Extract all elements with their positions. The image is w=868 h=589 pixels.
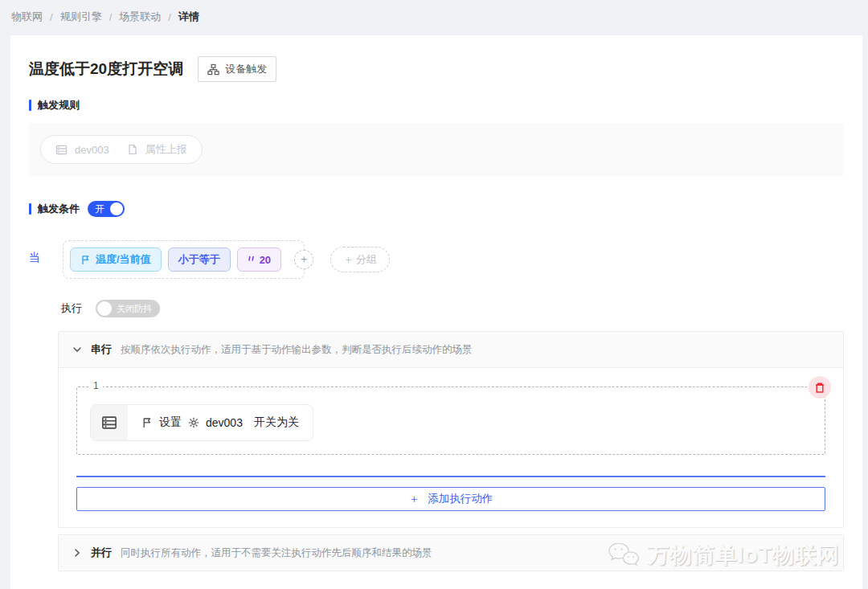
trigger-type-badge[interactable]: 设备触发 xyxy=(198,56,276,82)
breadcrumb-separator: / xyxy=(50,11,53,23)
when-row: 当 温度/当前值 小于等于 20 xyxy=(29,240,844,279)
parallel-block-title: 并行 xyxy=(91,546,112,560)
flag-icon xyxy=(141,417,153,428)
section-bar xyxy=(29,100,31,111)
add-action-button[interactable]: ＋ 添加执行动作 xyxy=(76,487,825,511)
device-icon xyxy=(55,144,68,156)
delete-action-group-button[interactable] xyxy=(809,376,831,399)
breadcrumb-separator: / xyxy=(109,11,113,23)
toggle-knob xyxy=(97,301,112,316)
breadcrumb-item-rule-engine[interactable]: 规则引擎 xyxy=(60,10,102,24)
add-action-label: 添加执行动作 xyxy=(428,492,493,506)
condition-value-label: 20 xyxy=(260,254,271,266)
action-card-device-cell xyxy=(91,405,128,440)
file-icon xyxy=(127,144,138,155)
plus-icon: ＋ xyxy=(298,252,309,267)
section-trigger-condition-label: 触发条件 xyxy=(38,202,80,216)
serial-block-header[interactable]: 串行 按顺序依次执行动作，适用于基于动作输出参数，判断是否执行后续动作的场景 xyxy=(59,332,843,367)
action-group-index: 1 xyxy=(89,380,103,391)
flag-icon xyxy=(80,255,91,265)
detail-card: 温度低于20度打开空调 设备触发 触发规则 xyxy=(10,35,862,589)
action-card-detail-cell: 设置 dev003 开关为关 xyxy=(128,405,313,440)
condition-group: 温度/当前值 小于等于 20 ＋ xyxy=(63,240,305,279)
parallel-block: 并行 同时执行所有动作，适用于不需要关注执行动作先后顺序和结果的场景 xyxy=(58,534,844,571)
device-icon xyxy=(101,415,117,431)
execute-label: 执行 xyxy=(61,301,82,316)
breadcrumb: 物联网 / 规则引擎 / 场景联动 / 详情 xyxy=(0,0,868,34)
breadcrumb-item-detail: 详情 xyxy=(178,10,199,24)
section-trigger-condition: 触发条件 开 xyxy=(29,201,844,217)
debounce-toggle-label: 关闭防抖 xyxy=(117,304,152,313)
action-verb: 设置 xyxy=(159,415,182,430)
constant-value-icon xyxy=(248,256,255,264)
section-title-wrap: 触发条件 xyxy=(29,202,80,216)
gear-icon xyxy=(188,417,199,428)
action-device: dev003 xyxy=(206,416,243,429)
chevron-right-icon xyxy=(72,548,82,558)
action-card[interactable]: 设置 dev003 开关为关 xyxy=(90,404,313,441)
chevron-down-icon xyxy=(72,345,82,354)
toggle-on-label: 开 xyxy=(95,203,104,215)
plus-icon: ＋ xyxy=(343,252,354,267)
action-group: 1 xyxy=(76,387,825,455)
serial-block-description: 按顺序依次执行动作，适用于基于动作输出参数，判断是否执行后续动作的场景 xyxy=(121,343,473,357)
trigger-device-pill[interactable]: dev003 属性上报 xyxy=(40,135,203,164)
section-bar xyxy=(29,203,31,215)
section-trigger-rule: 触发规则 xyxy=(29,98,844,112)
trigger-rule-panel: dev003 属性上报 xyxy=(29,123,844,176)
condition-value-tag[interactable]: 20 xyxy=(237,247,281,272)
serial-block-body: 1 xyxy=(59,367,843,527)
toggle-knob xyxy=(110,202,123,215)
condition-property-tag[interactable]: 温度/当前值 xyxy=(70,247,162,272)
parallel-block-description: 同时执行所有动作，适用于不需要关注执行动作先后顺序和结果的场景 xyxy=(121,546,432,560)
sitemap-icon xyxy=(207,63,219,76)
when-label: 当 xyxy=(29,240,63,265)
condition-property-label: 温度/当前值 xyxy=(96,252,151,267)
add-group-button[interactable]: ＋ 分组 xyxy=(330,247,390,272)
serial-block: 串行 按顺序依次执行动作，适用于基于动作输出参数，判断是否执行后续动作的场景 1 xyxy=(58,331,844,528)
section-trigger-rule-label: 触发规则 xyxy=(38,98,80,112)
trigger-event-name: 属性上报 xyxy=(145,142,187,157)
trigger-type-label: 设备触发 xyxy=(225,62,267,76)
debounce-toggle[interactable]: 关闭防抖 xyxy=(96,300,160,317)
plus-icon: ＋ xyxy=(409,492,420,506)
condition-enabled-toggle[interactable]: 开 xyxy=(88,201,125,217)
trash-icon xyxy=(814,382,825,394)
breadcrumb-separator: / xyxy=(168,11,171,23)
page-title: 温度低于20度打开空调 xyxy=(29,59,183,80)
drop-indicator-line xyxy=(76,476,825,477)
breadcrumb-item-scene-linkage[interactable]: 场景联动 xyxy=(119,10,161,24)
parallel-block-header[interactable]: 并行 同时执行所有动作，适用于不需要关注执行动作先后顺序和结果的场景 xyxy=(59,535,843,571)
action-detail: 开关为关 xyxy=(254,415,299,430)
add-condition-button[interactable]: ＋ xyxy=(294,250,313,269)
condition-operator-tag[interactable]: 小于等于 xyxy=(168,247,231,272)
condition-operator-label: 小于等于 xyxy=(178,252,220,267)
title-row: 温度低于20度打开空调 设备触发 xyxy=(29,56,844,82)
trigger-device-name: dev003 xyxy=(75,144,109,156)
add-group-label: 分组 xyxy=(356,252,377,267)
execute-row: 执行 关闭防抖 xyxy=(61,300,844,317)
serial-block-title: 串行 xyxy=(91,342,112,357)
breadcrumb-item-iot[interactable]: 物联网 xyxy=(11,10,43,24)
